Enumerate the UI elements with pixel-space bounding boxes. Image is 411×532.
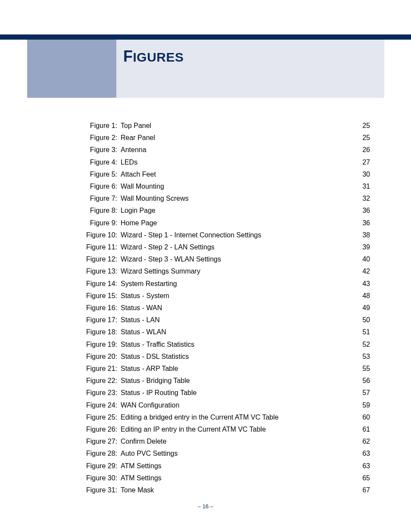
figure-row: Figure 2:Rear Panel25 [78, 132, 370, 144]
figure-label: Figure 19: [78, 339, 121, 351]
figure-description: Status - WLAN [121, 326, 357, 338]
figure-page: 57 [357, 387, 370, 399]
figure-page: 50 [357, 314, 370, 326]
figure-row: Figure 22:Status - Bridging Table56 [78, 375, 370, 387]
figure-page: 61 [357, 423, 370, 436]
figure-label: Figure 4: [78, 156, 121, 168]
figure-label: Figure 28: [78, 448, 121, 460]
figure-page: 38 [357, 229, 370, 241]
figure-label: Figure 16: [78, 302, 121, 314]
figure-page: 26 [357, 144, 370, 156]
figure-description: Status - System [121, 290, 357, 302]
figure-row: Figure 23:Status - IP Routing Table57 [78, 387, 370, 399]
figure-row: Figure 25:Editing a bridged entry in the… [78, 411, 370, 423]
figure-row: Figure 28:Auto PVC Settings63 [78, 448, 370, 460]
figure-list: Figure 1:Top Panel25Figure 2:Rear Panel2… [78, 120, 370, 496]
figure-description: Wall Mounting Screws [121, 193, 357, 205]
figure-page: 60 [357, 411, 370, 423]
figure-row: Figure 3:Antenna26 [78, 144, 370, 156]
figure-page: 31 [357, 180, 370, 193]
figure-label: Figure 1: [78, 120, 121, 132]
figure-row: Figure 13:Wizard Settings Summary42 [78, 265, 370, 277]
figure-label: Figure 6: [78, 180, 121, 193]
figure-description: Status - DSL Statistics [121, 351, 357, 363]
figure-description: Status - WAN [121, 302, 357, 314]
figure-description: Login Page [121, 205, 357, 217]
figure-page: 43 [357, 278, 370, 290]
figure-page: 56 [357, 375, 370, 387]
figure-description: Attach Feet [121, 168, 357, 180]
figure-row: Figure 10:Wizard - Step 1 - Internet Con… [78, 229, 370, 241]
figure-description: Wizard Settings Summary [121, 265, 357, 277]
figure-page: 25 [357, 132, 370, 144]
figure-description: Tone Mask [121, 484, 357, 496]
figure-row: Figure 20:Status - DSL Statistics53 [78, 351, 370, 363]
figure-label: Figure 3: [78, 144, 121, 156]
figure-page: 52 [357, 339, 370, 351]
figure-description: LEDs [121, 156, 357, 168]
figure-row: Figure 30:ATM Settings65 [78, 472, 370, 484]
figure-description: Editing an IP entry in the Current ATM V… [121, 423, 357, 436]
figure-row: Figure 9:Home Page36 [78, 217, 370, 229]
figure-label: Figure 24: [78, 399, 121, 411]
figure-description: Home Page [121, 217, 357, 229]
figure-label: Figure 15: [78, 290, 121, 302]
figure-label: Figure 29: [78, 460, 121, 472]
figure-description: Wizard - Step 3 - WLAN Settings [121, 253, 357, 265]
figure-page: 32 [357, 193, 370, 205]
figure-label: Figure 14: [78, 278, 121, 290]
page-title: FIGURES [123, 47, 184, 65]
figure-label: Figure 21: [78, 363, 121, 375]
figure-page: 65 [357, 472, 370, 484]
title-first-letter: F [123, 47, 133, 65]
figure-description: Wizard - Step 1 - Internet Connection Se… [121, 229, 357, 241]
figure-label: Figure 25: [78, 411, 121, 423]
figure-row: Figure 29:ATM Settings63 [78, 460, 370, 472]
figure-description: WAN Configuration [121, 399, 357, 411]
figure-row: Figure 15:Status - System48 [78, 290, 370, 302]
figure-label: Figure 10: [78, 229, 121, 241]
figure-page: 59 [357, 399, 370, 411]
figure-label: Figure 5: [78, 168, 121, 180]
figure-row: Figure 1:Top Panel25 [78, 120, 370, 132]
figure-page: 63 [357, 448, 370, 460]
figure-description: Status - Bridging Table [121, 375, 357, 387]
figure-description: ATM Settings [121, 472, 357, 484]
figure-description: ATM Settings [121, 460, 357, 472]
figure-row: Figure 5:Attach Feet30 [78, 168, 370, 180]
figure-page: 53 [357, 351, 370, 363]
header-dark-bar [0, 34, 411, 40]
figure-label: Figure 8: [78, 205, 121, 217]
figure-page: 62 [357, 436, 370, 448]
figure-description: Status - LAN [121, 314, 357, 326]
page-footer: – 16 – [0, 503, 411, 510]
figure-page: 27 [357, 156, 370, 168]
figure-description: Editing a bridged entry in the Current A… [121, 411, 357, 423]
figure-label: Figure 12: [78, 253, 121, 265]
figure-row: Figure 19:Status - Traffic Statistics52 [78, 339, 370, 351]
figure-row: Figure 11:Wizard - Step 2 - LAN Settings… [78, 241, 370, 253]
figure-row: Figure 31:Tone Mask67 [78, 484, 370, 496]
figure-page: 40 [357, 253, 370, 265]
figure-label: Figure 27: [78, 436, 121, 448]
figure-row: Figure 26:Editing an IP entry in the Cur… [78, 423, 370, 436]
figure-description: Wall Mounting [121, 180, 357, 193]
figure-page: 36 [357, 205, 370, 217]
figure-row: Figure 6:Wall Mounting31 [78, 180, 370, 193]
figure-label: Figure 2: [78, 132, 121, 144]
figure-page: 42 [357, 265, 370, 277]
figure-row: Figure 4:LEDs27 [78, 156, 370, 168]
figure-row: Figure 8:Login Page36 [78, 205, 370, 217]
figure-label: Figure 11: [78, 241, 121, 253]
figure-label: Figure 30: [78, 472, 121, 484]
figure-page: 67 [357, 484, 370, 496]
figure-row: Figure 16:Status - WAN49 [78, 302, 370, 314]
figure-page: 51 [357, 326, 370, 338]
figure-description: Status - IP Routing Table [121, 387, 357, 399]
figure-row: Figure 18:Status - WLAN51 [78, 326, 370, 338]
figure-label: Figure 26: [78, 423, 121, 436]
figure-row: Figure 17:Status - LAN50 [78, 314, 370, 326]
figure-page: 39 [357, 241, 370, 253]
title-rest: IGURES [133, 50, 184, 64]
figure-description: System Restarting [121, 278, 357, 290]
